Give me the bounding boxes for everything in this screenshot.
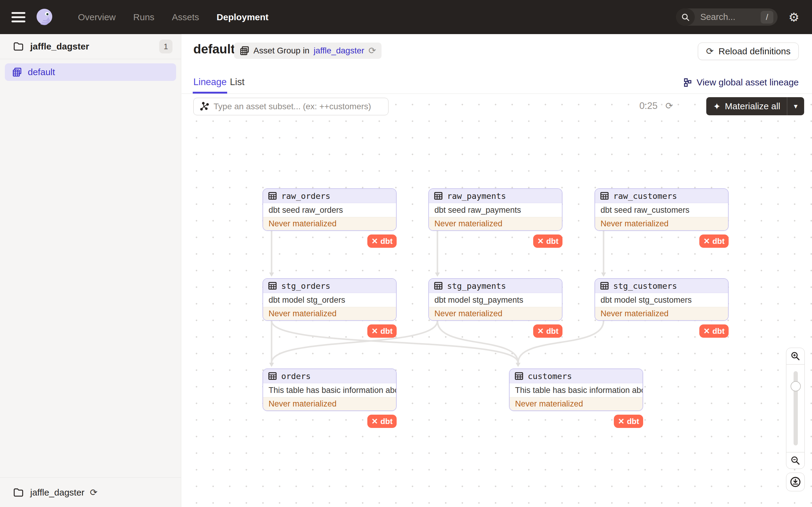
asset-description: dbt seed raw_orders <box>263 203 396 217</box>
zoom-slider-thumb[interactable] <box>791 381 801 391</box>
top-nav: Overview Runs Assets Deployment Search..… <box>0 0 812 34</box>
zoom-controls <box>786 348 805 491</box>
asset-status: Never materialized <box>429 217 562 230</box>
asset-group-tag: Asset Group in jaffle_dagster ⟳ <box>234 43 382 59</box>
asset-description: This table has basic information about .… <box>263 383 396 397</box>
dbt-badge-label: dbt <box>380 327 392 336</box>
zoom-slider[interactable] <box>786 364 805 452</box>
asset-node-stg_payments[interactable]: stg_payments dbt model stg_payments Neve… <box>428 278 562 321</box>
dbt-badge[interactable]: ✕dbt <box>367 234 397 248</box>
reload-workspace-icon[interactable]: ⟳ <box>90 488 98 497</box>
sidebar-count-badge: 1 <box>159 40 172 53</box>
table-icon <box>434 191 443 201</box>
asset-status: Never materialized <box>429 307 562 320</box>
view-global-asset-lineage-link[interactable]: View global asset lineage <box>683 77 799 88</box>
dbt-badge[interactable]: ✕dbt <box>699 234 729 248</box>
folder-icon <box>13 42 23 51</box>
asset-description: dbt seed raw_payments <box>429 203 562 217</box>
sidebar-item-default[interactable]: default <box>5 63 176 81</box>
tab-list[interactable]: List <box>230 77 244 88</box>
search-icon <box>676 8 695 25</box>
asset-group-icon <box>12 67 22 77</box>
asset-subset-input[interactable]: Type an asset subset... (ex: ++customers… <box>193 98 389 115</box>
sidebar-footer: jaffle_dagster ⟳ <box>0 477 181 507</box>
reload-definitions-button[interactable]: ⟳ Reload definitions <box>698 43 799 60</box>
asset-node-orders[interactable]: orders This table has basic information … <box>262 369 397 411</box>
reload-group-icon[interactable]: ⟳ <box>368 46 376 55</box>
dbt-logo-icon: ✕ <box>371 327 378 335</box>
dbt-logo-icon: ✕ <box>371 417 378 425</box>
nav-item-overview[interactable]: Overview <box>78 12 116 22</box>
download-icon <box>789 476 801 488</box>
asset-status: Never materialized <box>263 397 396 410</box>
dbt-badge[interactable]: ✕dbt <box>533 325 562 338</box>
page-title: default <box>193 42 235 56</box>
table-icon <box>268 372 277 381</box>
dagster-logo[interactable] <box>35 7 54 27</box>
table-icon <box>600 191 609 201</box>
download-image-button[interactable] <box>786 472 805 491</box>
materialize-options-caret[interactable]: ▾ <box>787 102 804 110</box>
table-icon <box>268 281 277 290</box>
dbt-logo-icon: ✕ <box>703 237 710 245</box>
menu-icon[interactable] <box>11 12 26 22</box>
materialize-all-button[interactable]: ✦ Materialize all ▾ <box>706 97 804 115</box>
zoom-in-button[interactable] <box>786 348 805 364</box>
asset-filter-icon <box>199 101 209 112</box>
asset-node-stg_orders[interactable]: stg_orders dbt model stg_orders Never ma… <box>262 278 397 321</box>
table-icon <box>434 281 443 290</box>
tab-bar: Lineage List View global asset lineage <box>182 75 812 94</box>
asset-status: Never materialized <box>263 307 396 320</box>
asset-title: stg_orders <box>281 281 331 291</box>
dbt-badge-label: dbt <box>712 237 724 246</box>
materialize-all-label: Materialize all <box>725 101 787 111</box>
dbt-badge-label: dbt <box>380 237 392 246</box>
dbt-badge-label: dbt <box>712 327 724 336</box>
dbt-badge-label: dbt <box>380 417 392 426</box>
asset-node-raw_customers[interactable]: raw_customers dbt seed raw_customers Nev… <box>595 188 729 231</box>
dbt-badge[interactable]: ✕dbt <box>699 325 729 338</box>
asset-status: Never materialized <box>510 397 643 410</box>
dbt-badge[interactable]: ✕dbt <box>367 325 397 338</box>
dbt-badge[interactable]: ✕dbt <box>367 415 397 428</box>
nav-links: Overview Runs Assets Deployment <box>78 12 268 22</box>
dbt-badge-label: dbt <box>546 327 558 336</box>
asset-node-raw_payments[interactable]: raw_payments dbt seed raw_payments Never… <box>428 188 562 231</box>
asset-title: stg_payments <box>447 281 506 291</box>
zoom-out-icon <box>790 455 801 466</box>
dbt-logo-icon: ✕ <box>371 237 378 245</box>
asset-description: dbt model stg_customers <box>595 293 728 307</box>
nav-item-runs[interactable]: Runs <box>133 12 154 22</box>
asset-title: raw_customers <box>613 191 677 201</box>
sidebar: jaffle_dagster 1 default jaffle_dagster … <box>0 34 181 507</box>
asset-title: customers <box>528 372 572 381</box>
asset-node-customers[interactable]: customers This table has basic informati… <box>509 369 643 411</box>
tag-project-link[interactable]: jaffle_dagster <box>314 46 364 56</box>
search-shortcut-badge: / <box>761 11 773 23</box>
dbt-badge[interactable]: ✕dbt <box>533 234 562 248</box>
dbt-badge[interactable]: ✕dbt <box>614 415 643 428</box>
table-icon <box>514 372 523 381</box>
sidebar-project-label: jaffle_dagster <box>30 41 89 52</box>
search-input[interactable]: Search... / <box>676 8 777 25</box>
asset-description: dbt seed raw_customers <box>595 203 728 217</box>
sidebar-item-label: default <box>28 67 55 77</box>
asset-title: raw_payments <box>447 191 506 201</box>
global-lineage-label: View global asset lineage <box>697 77 799 88</box>
dbt-badge-label: dbt <box>546 237 558 246</box>
refresh-graph-icon[interactable]: ⟳ <box>665 101 673 110</box>
asset-title: orders <box>281 372 311 381</box>
asset-group-icon <box>240 46 249 56</box>
asset-node-raw_orders[interactable]: raw_orders dbt seed raw_orders Never mat… <box>262 188 397 231</box>
tab-lineage[interactable]: Lineage <box>193 77 226 88</box>
settings-gear-icon[interactable]: ⚙ <box>789 10 799 24</box>
nav-item-deployment[interactable]: Deployment <box>217 12 268 22</box>
dbt-logo-icon: ✕ <box>618 417 624 425</box>
lineage-canvas[interactable]: Type an asset subset... (ex: ++customers… <box>182 94 812 507</box>
asset-title: stg_customers <box>613 281 677 291</box>
asset-node-stg_customers[interactable]: stg_customers dbt model stg_customers Ne… <box>595 278 729 321</box>
zoom-out-button[interactable] <box>786 452 805 469</box>
sidebar-project-row[interactable]: jaffle_dagster 1 <box>0 34 181 59</box>
table-icon <box>268 191 277 201</box>
nav-item-assets[interactable]: Assets <box>172 12 199 22</box>
